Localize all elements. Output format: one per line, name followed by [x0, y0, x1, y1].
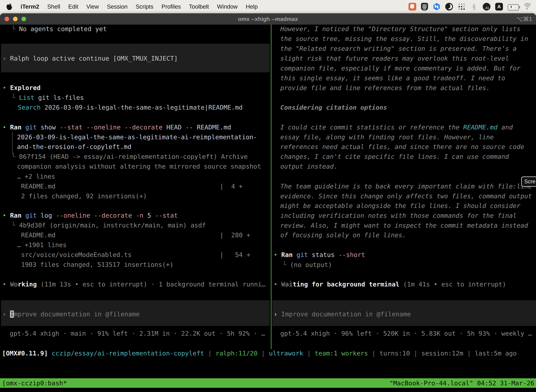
terminal-line: companion analysis without altering the …	[17, 162, 261, 171]
terminal-line: … +1901 lines	[17, 240, 67, 250]
terminal-line: changes, I can't cite specific file line…	[280, 152, 509, 162]
menu-bar: iTerm2ShellEditViewSessionScriptsProfile…	[0, 0, 536, 13]
terminal-line: 2 files changed, 92 insertions(+)	[21, 191, 147, 201]
menu-item-edit[interactable]: Edit	[64, 3, 82, 10]
terminal-line: I could cite commit statistics or refere…	[280, 122, 513, 132]
waiting-status-line: • Waiting for background terminal (1m 41…	[274, 280, 506, 289]
menu-item-shell[interactable]: Shell	[43, 3, 64, 10]
terminal-line: … +2 lines	[17, 172, 55, 182]
terminal-line: └ 067f154 (HEAD -> essay/ai-reimplementa…	[11, 152, 248, 162]
gem-icon[interactable]	[433, 3, 440, 10]
moon-circle-icon[interactable]	[445, 3, 453, 10]
tree-branch-line	[12, 132, 13, 154]
left-prompt-input: › Improve documentation in @filename	[2, 309, 140, 319]
hook-icon[interactable]: §	[470, 3, 478, 10]
right-pane[interactable]: However, I noticed the "Directory Struct…	[272, 25, 536, 350]
keyboard-shield-icon[interactable]	[421, 3, 428, 10]
terminal-line: README.md	[21, 230, 55, 240]
explored-heading: • Explored	[2, 83, 41, 93]
window-title: omx --xhigh --madmax	[0, 13, 536, 25]
terminal-line: provide file and line references from th…	[280, 83, 490, 93]
terminal-line: Search 2026-03-09-is-legal-the-same-as-l…	[18, 103, 243, 112]
terminal-line: └ (no output)	[282, 260, 332, 270]
window-shortcut-badge: ⌥⌘1	[517, 13, 532, 25]
terminal-line: essay file, along with finding root file…	[280, 132, 494, 142]
tmux-session-label: [omx-cczip0:bash*	[2, 379, 67, 387]
terminal-line: └ 4b9d30f (origin/main, instructkr/main,…	[11, 220, 206, 230]
menu-item-window[interactable]: Window	[213, 3, 242, 10]
terminal-line: companion file, especially if more comme…	[280, 63, 520, 73]
agents-status-line: └ No agents completed yet	[11, 25, 107, 34]
terminal-line: | 280 +	[220, 230, 250, 240]
ran-git-status-line: • Ran git status --short	[274, 250, 365, 260]
screen-overlay-chip[interactable]: Scre	[521, 177, 536, 187]
terminal-line: slight risk that future readers may over…	[280, 54, 509, 63]
left-pane[interactable]: └ No agents completed yet› Ralph loop ac…	[0, 25, 271, 350]
terminal-line: README.md	[21, 182, 55, 191]
right-prompt-input: › Improve documentation in @filename	[274, 309, 411, 319]
terminal-area: └ No agents completed yet› Ralph loop ac…	[0, 25, 536, 392]
terminal-line: The team guideline is to back every impo…	[280, 182, 532, 191]
terminal-line: the source tree, missing the essay. Stil…	[280, 34, 528, 44]
thinking-heading: Considering citation options	[280, 103, 387, 112]
tmux-host-clock: "MacBook-Pro-44.local" 04:52 31-Mar-26	[389, 379, 534, 387]
ralph-banner-line: › Ralph loop active continue [OMX_TMUX_I…	[2, 54, 178, 63]
menu-item-iterm2[interactable]: iTerm2	[17, 3, 43, 10]
terminal-line: However, I noticed the "Directory Struct…	[280, 25, 520, 34]
terminal-line: including verification notes with those …	[280, 211, 517, 221]
dots-grid-icon[interactable]	[458, 3, 465, 10]
tmux-status-bar: [omx-cczip0:bash* "MacBook-Pro-44.local"…	[0, 378, 536, 388]
terminal-line: 1903 files changed, 513517 insertions(+)	[21, 260, 174, 270]
terminal-line: | 4 +	[220, 182, 243, 191]
gauge-badge-icon[interactable]: ..61	[483, 3, 490, 10]
screenshot-app-icon[interactable]	[408, 3, 416, 10]
omx-status-line: [OMX#0.11.9] cczip/essay/ai-reimplementa…	[2, 348, 517, 358]
terminal-line: src/voice/voiceModeEnabled.ts	[21, 250, 132, 260]
wifi-icon[interactable]	[524, 3, 531, 10]
battery-charging-icon[interactable]	[508, 4, 519, 10]
terminal-line: this single essay, it seems like a good …	[280, 73, 505, 83]
apple-menu-icon[interactable]	[6, 3, 12, 10]
terminal-line: 2026-03-09-is-legal-the-same-as-legitima…	[17, 132, 257, 142]
working-status-line: • Working (11m 13s • esc to interrupt) ·…	[2, 280, 266, 289]
window-titlebar[interactable]: omx --xhigh --madmax ⌥⌘1	[0, 13, 536, 25]
ran-git-log-line: • Ran git log --oneline --decorate -n 5 …	[2, 210, 178, 220]
a-key-icon[interactable]: A	[495, 3, 503, 10]
iterm-window: omx --xhigh --madmax ⌥⌘1 └ No agents com…	[0, 13, 536, 392]
menu-item-toolbelt[interactable]: Toolbelt	[185, 3, 213, 10]
screen-overlay-label: Scre	[524, 178, 536, 185]
menu-item-scripts[interactable]: Scripts	[132, 3, 157, 10]
terminal-line: of focusing solely on file lines.	[280, 230, 406, 240]
terminal-line: review. Also, I might want to inspect th…	[280, 221, 528, 230]
menu-item-profiles[interactable]: Profiles	[157, 3, 185, 10]
terminal-line: evidence. Since this change only affects…	[280, 191, 532, 201]
terminal-line: | 54 +	[220, 250, 250, 260]
menu-item-help[interactable]: Help	[242, 3, 262, 10]
menu-item-session[interactable]: Session	[103, 3, 132, 10]
terminal-line: references need actual files, and since …	[280, 142, 524, 152]
ran-git-show-line: • Ran git show --stat --oneline --decora…	[2, 122, 231, 132]
terminal-line: └ List git ls-files	[11, 93, 84, 103]
menu-item-view[interactable]: View	[82, 3, 103, 10]
terminal-line: and-the-erosion-of-copyleft.md	[17, 142, 131, 152]
left-session-stats: gpt-5.4 xhigh · main · 91% left · 2.31M …	[10, 329, 265, 338]
right-session-stats: gpt-5.4 xhigh · 96% left · 520K in · 5.8…	[280, 329, 532, 338]
terminal-line: output instead.	[280, 162, 337, 171]
terminal-line: might be acceptable alongside the file l…	[280, 201, 520, 211]
terminal-line: the "Related research writing" section i…	[280, 44, 517, 54]
